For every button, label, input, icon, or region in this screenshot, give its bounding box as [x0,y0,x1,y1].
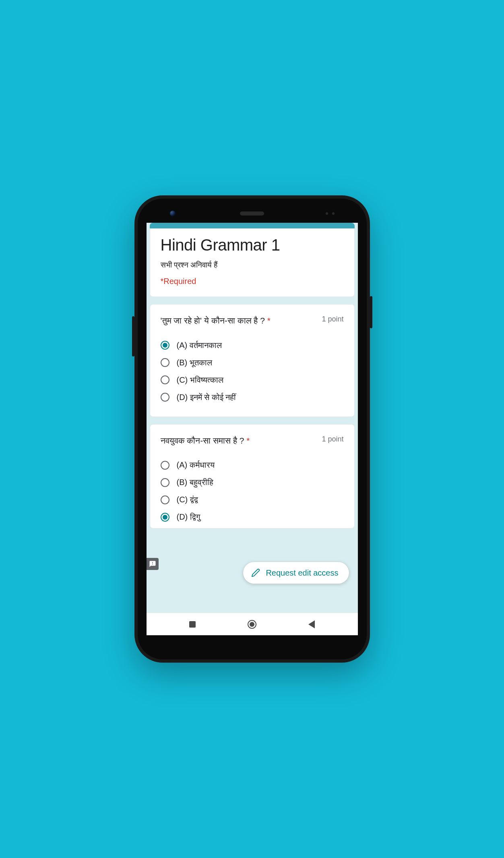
question-text-1: 'तुम जा रहे हो' ये कौन-सा काल है ? * [161,314,318,327]
radio-unselected-icon [161,358,169,367]
android-navigation-bar [147,613,358,635]
question-label: नवयुवक कौन-सा समास है ? [161,436,244,445]
radio-unselected-icon [161,478,169,487]
required-indicator: *Required [161,277,344,286]
volume-button[interactable] [132,316,134,356]
radio-unselected-icon [161,461,169,470]
q2-option-c[interactable]: (C) द्वंद्व [161,491,344,508]
required-asterisk: * [246,436,250,445]
pencil-icon [251,568,260,577]
sensor-dots [326,212,335,215]
q1-option-a[interactable]: (A) वर्तमानकाल [161,337,344,354]
question-card-1: 'तुम जा रहे हो' ये कौन-सा काल है ? * 1 p… [150,304,355,417]
option-label: (B) भूतकाल [177,358,212,367]
feedback-button[interactable] [147,558,159,570]
question-text-2: नवयुवक कौन-सा समास है ? * [161,434,318,447]
recent-apps-button[interactable] [176,621,209,628]
form-accent-bar [150,223,355,228]
home-button[interactable] [236,620,268,629]
form-description: सभी प्रश्न अनिवार्य हैं [161,261,344,269]
triangle-icon [308,620,315,628]
request-edit-access-button[interactable]: Request edit access [243,562,349,584]
option-label: (B) बहुव्रीहि [177,478,213,487]
q2-option-d[interactable]: (D) द्विगु [161,508,344,526]
question-points-1: 1 point [322,314,343,323]
question-1-options: (A) वर्तमानकाल (B) भूतकाल (C) भविष्यत्का… [161,337,344,406]
option-label: (D) द्विगु [177,512,200,522]
required-asterisk: * [267,316,271,325]
back-button[interactable] [295,620,328,628]
circle-icon [248,620,256,629]
option-label: (C) द्वंद्व [177,495,198,504]
q1-option-c[interactable]: (C) भविष्यत्काल [161,371,344,389]
square-icon [189,621,196,628]
radio-selected-icon [161,513,169,522]
question-card-2: नवयुवक कौन-सा समास है ? * 1 point (A) कर… [150,424,355,529]
option-label: (D) इनमें से कोई नहीं [177,393,236,402]
radio-unselected-icon [161,393,169,402]
front-camera [170,211,176,216]
q1-option-b[interactable]: (B) भूतकाल [161,354,344,371]
fab-label: Request edit access [266,568,338,578]
device-screen: Hindi Grammar 1 सभी प्रश्न अनिवार्य हैं … [147,223,358,635]
earpiece-speaker [240,211,264,216]
option-label: (A) कर्मधारय [177,460,215,470]
phone-bezel: Hindi Grammar 1 सभी प्रश्न अनिवार्य हैं … [138,199,367,659]
form-header-card: Hindi Grammar 1 सभी प्रश्न अनिवार्य हैं … [150,228,355,297]
form-title: Hindi Grammar 1 [161,236,344,254]
option-label: (C) भविष्यत्काल [177,375,223,385]
q1-option-d[interactable]: (D) इनमें से कोई नहीं [161,389,344,406]
feedback-icon [149,560,156,568]
phone-frame: Hindi Grammar 1 सभी प्रश्न अनिवार्य हैं … [134,195,370,663]
radio-selected-icon [161,341,169,350]
question-2-options: (A) कर्मधारय (B) बहुव्रीहि (C) द्वंद्व [161,456,344,526]
question-label: 'तुम जा रहे हो' ये कौन-सा काल है ? [161,316,265,325]
power-button[interactable] [370,296,372,328]
radio-unselected-icon [161,375,169,384]
q2-option-b[interactable]: (B) बहुव्रीहि [161,474,344,491]
q2-option-a[interactable]: (A) कर्मधारय [161,456,344,474]
option-label: (A) वर्तमानकाल [177,341,222,350]
form-viewport[interactable]: Hindi Grammar 1 सभी प्रश्न अनिवार्य हैं … [147,223,358,613]
question-points-2: 1 point [322,434,343,444]
radio-unselected-icon [161,495,169,504]
